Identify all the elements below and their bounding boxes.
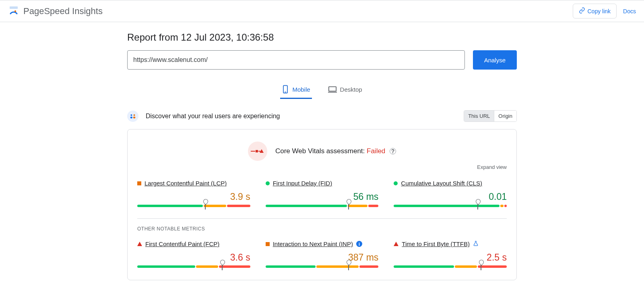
url-input[interactable] [127,50,465,70]
toggle-this-url[interactable]: This URL [464,111,494,121]
users-icon [127,111,138,122]
metrics-divider [137,218,507,219]
marker-circle-green-icon [266,181,270,185]
svg-rect-0 [10,6,18,9]
vitals-card: Core Web Vitals assessment: Failed ? Exp… [127,129,517,280]
svg-point-6 [130,114,132,116]
tab-mobile[interactable]: Mobile [280,81,312,99]
assessment-status: Failed [367,147,385,155]
svg-rect-11 [256,150,258,152]
metric-cls-value: 0.01 [394,191,507,202]
assessment-status-icon [248,142,267,161]
metric-inp-bar [266,265,379,268]
marker-circle-green-icon [394,181,398,185]
mobile-icon [282,85,289,94]
marker-triangle-red-icon [137,242,142,246]
metric-fid-value: 56 ms [266,191,379,202]
metric-ttfb-bar [394,265,507,268]
metric-fid-bar [266,205,379,207]
metric-fcp-bar [137,265,250,268]
metric-fcp: First Contentful Paint (FCP) 3.6 s [137,240,250,268]
metric-lcp: Largest Contentful Paint (LCP) 3.9 s [137,180,250,207]
metric-inp-value: 387 ms [266,252,379,263]
report-title: Report from 12 Jul 2023, 10:36:58 [127,32,517,43]
metric-lcp-bar [137,205,250,207]
metric-cls: Cumulative Layout Shift (CLS) 0.01 [394,180,507,207]
metric-fid-name[interactable]: First Input Delay (FID) [273,180,332,187]
tab-mobile-label: Mobile [292,86,310,93]
psi-logo-icon [8,6,19,17]
metric-ttfb-name[interactable]: Time to First Byte (TTFB) [402,240,470,247]
svg-rect-9 [133,116,135,118]
main-container: Report from 12 Jul 2023, 10:36:58 Analys… [121,22,523,290]
help-icon[interactable]: ? [390,148,396,154]
metric-inp: Interaction to Next Paint (INP) i 387 ms [266,240,379,268]
tab-desktop[interactable]: Desktop [326,81,364,99]
expand-view-link[interactable]: Expand view [137,164,507,170]
marker-square-orange-icon [266,242,270,246]
marker-triangle-red-icon [394,242,398,246]
flask-icon[interactable] [473,240,479,247]
device-tabs: Mobile Desktop [127,81,517,99]
assessment-text: Core Web Vitals assessment: Failed ? [275,147,396,155]
metric-fid: First Input Delay (FID) 56 ms [266,180,379,207]
discover-text: Discover what your real users are experi… [146,113,280,120]
desktop-icon [328,86,337,93]
metric-inp-name[interactable]: Interaction to Next Paint (INP) [273,240,353,247]
metric-fcp-value: 3.6 s [137,252,250,263]
core-metrics-grid: Largest Contentful Paint (LCP) 3.9 s Fir… [137,180,507,207]
toggle-origin[interactable]: Origin [494,111,516,121]
app-title: PageSpeed Insights [23,6,103,16]
metric-ttfb: Time to First Byte (TTFB) 2.5 s [394,240,507,268]
metric-lcp-name[interactable]: Largest Contentful Paint (LCP) [144,180,227,187]
copy-link-button[interactable]: Copy link [573,4,617,18]
assessment-row: Core Web Vitals assessment: Failed ? [137,142,507,161]
metric-cls-name[interactable]: Cumulative Layout Shift (CLS) [401,180,482,187]
metric-lcp-value: 3.9 s [137,191,250,202]
metric-ttfb-value: 2.5 s [394,252,507,263]
tab-desktop-label: Desktop [340,86,362,93]
analyse-button[interactable]: Analyse [473,50,517,70]
marker-square-orange-icon [137,181,141,185]
link-icon [579,7,585,15]
info-icon[interactable]: i [356,241,362,247]
svg-rect-4 [328,87,336,91]
discover-row: Discover what your real users are experi… [127,110,517,122]
other-metrics-grid: First Contentful Paint (FCP) 3.6 s Inter… [137,240,507,268]
svg-point-7 [134,114,135,116]
scope-toggle: This URL Origin [464,110,517,122]
url-row: Analyse [127,50,517,70]
assessment-label: Core Web Vitals assessment: [275,147,367,155]
app-header: PageSpeed Insights Copy link Docs [0,0,644,22]
header-right: Copy link Docs [573,4,636,18]
other-metrics-label: OTHER NOTABLE METRICS [137,226,507,232]
metric-cls-bar [394,205,507,207]
copy-link-label: Copy link [588,8,611,14]
metric-fcp-name[interactable]: First Contentful Paint (FCP) [145,240,219,247]
svg-point-1 [14,10,16,12]
discover-left: Discover what your real users are experi… [127,111,280,122]
svg-rect-8 [130,116,132,118]
header-left: PageSpeed Insights [8,6,103,17]
docs-link[interactable]: Docs [623,8,636,14]
